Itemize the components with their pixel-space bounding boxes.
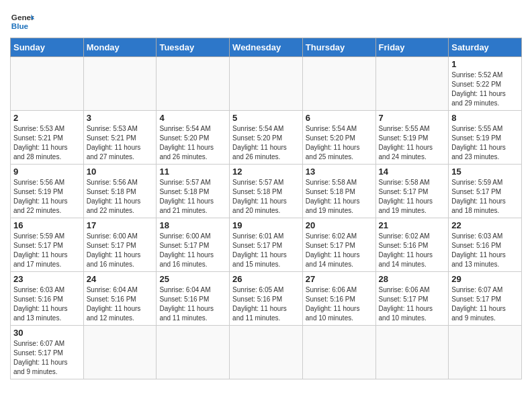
day-info: Sunrise: 5:58 AMSunset: 5:17 PMDaylight:… (379, 178, 446, 216)
calendar-cell: 19Sunrise: 6:01 AMSunset: 5:17 PMDayligh… (230, 218, 303, 272)
day-info: Sunrise: 6:03 AMSunset: 5:16 PMDaylight:… (13, 285, 81, 323)
day-info: Sunrise: 6:06 AMSunset: 5:16 PMDaylight:… (306, 285, 373, 323)
calendar-cell: 28Sunrise: 6:06 AMSunset: 5:17 PMDayligh… (375, 272, 449, 326)
day-info: Sunrise: 5:56 AMSunset: 5:18 PMDaylight:… (87, 178, 154, 216)
day-number: 4 (159, 113, 226, 123)
day-number: 2 (13, 113, 81, 123)
calendar-cell (230, 57, 303, 111)
week-row-5: 30Sunrise: 6:07 AMSunset: 5:17 PMDayligh… (11, 326, 522, 379)
calendar-cell: 20Sunrise: 6:02 AMSunset: 5:17 PMDayligh… (302, 218, 375, 272)
calendar-body: 1Sunrise: 5:52 AMSunset: 5:22 PMDaylight… (11, 57, 522, 379)
day-info: Sunrise: 5:59 AMSunset: 5:17 PMDaylight:… (451, 178, 519, 216)
day-info: Sunrise: 5:54 AMSunset: 5:20 PMDaylight:… (306, 124, 373, 162)
day-number: 20 (306, 220, 373, 230)
day-number: 16 (13, 220, 81, 230)
header-row: SundayMondayTuesdayWednesdayThursdayFrid… (11, 38, 522, 57)
day-number: 26 (232, 274, 300, 284)
day-info: Sunrise: 5:55 AMSunset: 5:19 PMDaylight:… (379, 124, 446, 162)
day-info: Sunrise: 5:55 AMSunset: 5:19 PMDaylight:… (451, 124, 519, 162)
calendar-cell: 30Sunrise: 6:07 AMSunset: 5:17 PMDayligh… (11, 326, 84, 379)
week-row-0: 1Sunrise: 5:52 AMSunset: 5:22 PMDaylight… (11, 57, 522, 111)
day-number: 24 (87, 274, 154, 284)
calendar-cell: 21Sunrise: 6:02 AMSunset: 5:16 PMDayligh… (375, 218, 449, 272)
calendar-cell: 22Sunrise: 6:03 AMSunset: 5:16 PMDayligh… (449, 218, 522, 272)
calendar-cell: 10Sunrise: 5:56 AMSunset: 5:18 PMDayligh… (83, 165, 157, 218)
header-day-saturday: Saturday (449, 38, 522, 57)
calendar-cell: 13Sunrise: 5:58 AMSunset: 5:18 PMDayligh… (302, 165, 375, 218)
calendar-cell: 23Sunrise: 6:03 AMSunset: 5:16 PMDayligh… (11, 272, 84, 326)
day-number: 13 (306, 167, 373, 177)
week-row-2: 9Sunrise: 5:56 AMSunset: 5:19 PMDaylight… (11, 165, 522, 218)
day-info: Sunrise: 6:02 AMSunset: 5:17 PMDaylight:… (306, 232, 373, 269)
day-info: Sunrise: 5:57 AMSunset: 5:18 PMDaylight:… (159, 178, 226, 216)
week-row-1: 2Sunrise: 5:53 AMSunset: 5:21 PMDaylight… (11, 111, 522, 165)
day-number: 1 (451, 59, 519, 69)
day-info: Sunrise: 5:53 AMSunset: 5:21 PMDaylight:… (87, 124, 154, 162)
calendar-header: SundayMondayTuesdayWednesdayThursdayFrid… (11, 38, 522, 57)
day-number: 18 (159, 220, 226, 230)
day-info: Sunrise: 6:05 AMSunset: 5:16 PMDaylight:… (232, 285, 300, 323)
calendar-cell: 12Sunrise: 5:57 AMSunset: 5:18 PMDayligh… (230, 165, 303, 218)
calendar-cell: 18Sunrise: 6:00 AMSunset: 5:17 PMDayligh… (157, 218, 230, 272)
calendar-cell: 25Sunrise: 6:04 AMSunset: 5:16 PMDayligh… (157, 272, 230, 326)
day-number: 8 (451, 113, 519, 123)
day-number: 9 (13, 167, 81, 177)
week-row-4: 23Sunrise: 6:03 AMSunset: 5:16 PMDayligh… (11, 272, 522, 326)
calendar-cell (375, 57, 449, 111)
calendar-cell (375, 326, 449, 379)
calendar-cell (157, 57, 230, 111)
day-number: 19 (232, 220, 300, 230)
day-number: 12 (232, 167, 300, 177)
logo-icon: General Blue (10, 9, 34, 34)
day-info: Sunrise: 6:07 AMSunset: 5:17 PMDaylight:… (13, 339, 81, 377)
day-info: Sunrise: 5:59 AMSunset: 5:17 PMDaylight:… (13, 232, 81, 269)
header-day-wednesday: Wednesday (230, 38, 303, 57)
day-info: Sunrise: 5:52 AMSunset: 5:22 PMDaylight:… (451, 71, 519, 108)
calendar-cell: 24Sunrise: 6:04 AMSunset: 5:16 PMDayligh… (83, 272, 157, 326)
calendar-cell (157, 326, 230, 379)
day-number: 7 (379, 113, 446, 123)
header-day-tuesday: Tuesday (157, 38, 230, 57)
day-number: 29 (451, 274, 519, 284)
day-info: Sunrise: 6:00 AMSunset: 5:17 PMDaylight:… (87, 232, 154, 269)
calendar-table: SundayMondayTuesdayWednesdayThursdayFrid… (10, 38, 522, 379)
day-number: 3 (87, 113, 154, 123)
day-info: Sunrise: 6:04 AMSunset: 5:16 PMDaylight:… (87, 285, 154, 323)
day-info: Sunrise: 5:56 AMSunset: 5:19 PMDaylight:… (13, 178, 81, 216)
calendar-cell: 3Sunrise: 5:53 AMSunset: 5:21 PMDaylight… (83, 111, 157, 165)
calendar-cell: 9Sunrise: 5:56 AMSunset: 5:19 PMDaylight… (11, 165, 84, 218)
calendar-cell (83, 57, 157, 111)
calendar-cell: 16Sunrise: 5:59 AMSunset: 5:17 PMDayligh… (11, 218, 84, 272)
day-info: Sunrise: 6:07 AMSunset: 5:17 PMDaylight:… (451, 285, 519, 323)
day-info: Sunrise: 6:01 AMSunset: 5:17 PMDaylight:… (232, 232, 300, 269)
calendar-cell: 14Sunrise: 5:58 AMSunset: 5:17 PMDayligh… (375, 165, 449, 218)
day-number: 17 (87, 220, 154, 230)
calendar-cell: 6Sunrise: 5:54 AMSunset: 5:20 PMDaylight… (302, 111, 375, 165)
header-day-friday: Friday (375, 38, 449, 57)
day-info: Sunrise: 6:02 AMSunset: 5:16 PMDaylight:… (379, 232, 446, 269)
calendar-cell: 15Sunrise: 5:59 AMSunset: 5:17 PMDayligh… (449, 165, 522, 218)
calendar-cell (302, 326, 375, 379)
day-number: 23 (13, 274, 81, 284)
day-info: Sunrise: 5:54 AMSunset: 5:20 PMDaylight:… (232, 124, 300, 162)
logo: General Blue (10, 7, 34, 34)
day-number: 22 (451, 220, 519, 230)
day-info: Sunrise: 6:03 AMSunset: 5:16 PMDaylight:… (451, 232, 519, 269)
calendar-cell: 1Sunrise: 5:52 AMSunset: 5:22 PMDaylight… (449, 57, 522, 111)
day-number: 10 (87, 167, 154, 177)
day-number: 14 (379, 167, 446, 177)
calendar-cell: 8Sunrise: 5:55 AMSunset: 5:19 PMDaylight… (449, 111, 522, 165)
day-number: 28 (379, 274, 446, 284)
calendar-cell: 26Sunrise: 6:05 AMSunset: 5:16 PMDayligh… (230, 272, 303, 326)
day-number: 27 (306, 274, 373, 284)
calendar-cell: 11Sunrise: 5:57 AMSunset: 5:18 PMDayligh… (157, 165, 230, 218)
day-number: 25 (159, 274, 226, 284)
calendar-cell (83, 326, 157, 379)
calendar-cell: 2Sunrise: 5:53 AMSunset: 5:21 PMDaylight… (11, 111, 84, 165)
day-number: 5 (232, 113, 300, 123)
day-info: Sunrise: 6:06 AMSunset: 5:17 PMDaylight:… (379, 285, 446, 323)
header-day-thursday: Thursday (302, 38, 375, 57)
svg-text:Blue: Blue (11, 21, 29, 30)
calendar-cell: 27Sunrise: 6:06 AMSunset: 5:16 PMDayligh… (302, 272, 375, 326)
day-info: Sunrise: 5:54 AMSunset: 5:20 PMDaylight:… (159, 124, 226, 162)
